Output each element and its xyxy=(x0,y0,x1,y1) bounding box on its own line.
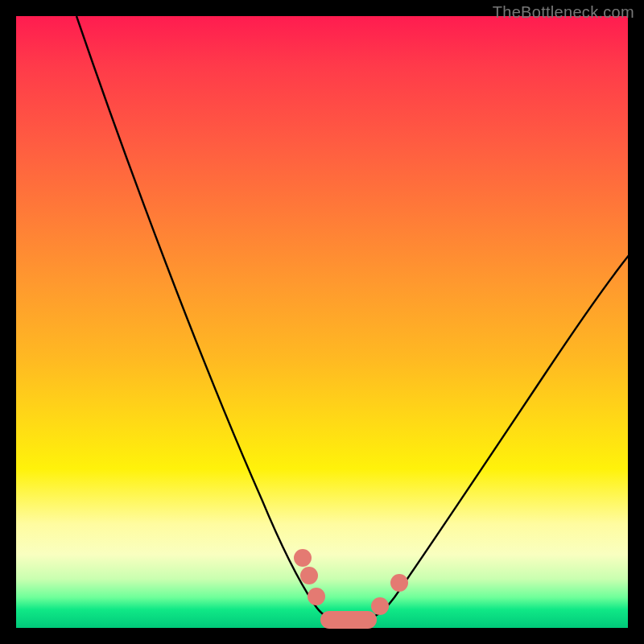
marker-right-shoulder-2 xyxy=(390,574,408,592)
chart-frame: TheBottleneck.com xyxy=(0,0,644,644)
marker-left-shoulder-3 xyxy=(308,588,325,605)
marker-flat-capsule xyxy=(320,611,377,629)
marker-left-shoulder-2 xyxy=(300,567,318,584)
marker-right-shoulder-1 xyxy=(371,597,389,615)
chart-svg-layer xyxy=(16,16,628,628)
marker-left-shoulder-1 xyxy=(294,549,312,567)
watermark-text: TheBottleneck.com xyxy=(493,3,634,22)
bottleneck-curve xyxy=(76,16,630,620)
